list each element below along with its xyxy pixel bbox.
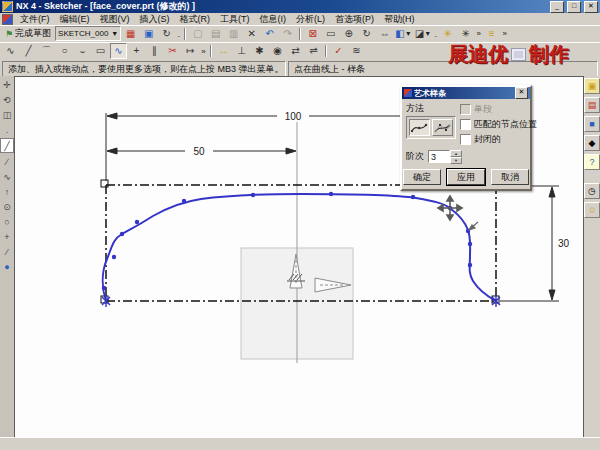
point-tool-button[interactable]: + (128, 43, 145, 59)
arc-tool-button[interactable]: ⌒ (38, 43, 55, 59)
quick-trim-button[interactable]: ✂ (164, 43, 181, 59)
degree-spinner[interactable]: 3 ▲ ▼ (428, 150, 462, 163)
derived-lines-button[interactable]: ∥ (146, 43, 163, 59)
dialog-title-bar[interactable]: 艺术样条 ✕ (402, 87, 530, 99)
point-dialog-button[interactable]: ✳ (457, 26, 474, 42)
alternate-solution-button[interactable]: ⇌ (305, 43, 322, 59)
menu-format[interactable]: 格式(R) (175, 13, 216, 26)
dimension-30[interactable] (500, 186, 559, 301)
toolbar-overflow-chevron[interactable]: » (501, 29, 508, 38)
apply-button[interactable]: 应用 (447, 169, 485, 185)
studio-spline-tool-button[interactable]: ∿ (110, 43, 127, 59)
curve-toolbar-button[interactable]: ≡ (483, 26, 500, 42)
close-button[interactable]: ✕ (584, 1, 598, 13)
evaluate-sketch-button[interactable]: ✓ (330, 43, 347, 59)
maximize-button[interactable]: □ (567, 1, 581, 13)
ok-button[interactable]: 确定 (403, 169, 441, 185)
copy-button[interactable]: ▤ (207, 26, 224, 42)
toolbar-overflow-dot[interactable]: . (433, 29, 438, 39)
snapshot-button[interactable]: ▣ (584, 78, 600, 94)
toolbar-overflow-dot[interactable]: . (176, 29, 181, 39)
spin-up-icon[interactable]: ▲ (450, 150, 462, 157)
line-tool-side-button[interactable]: ╱ (0, 138, 14, 153)
redo-button[interactable]: ↷ (279, 26, 296, 42)
spin-down-icon[interactable]: ▼ (450, 157, 462, 164)
shaded-view-button[interactable]: ◧▾ (394, 26, 412, 42)
history-button[interactable]: ◷ (584, 183, 600, 199)
dimension-100-label[interactable]: 100 (285, 111, 302, 122)
show-constraints-button[interactable]: ◉ (269, 43, 286, 59)
menu-view[interactable]: 视图(V) (95, 13, 135, 26)
closed-option[interactable]: 封闭的 (460, 133, 537, 146)
pan-view-button[interactable]: ⇔ (376, 26, 393, 42)
roles-button[interactable]: ◆ (584, 135, 600, 151)
dialog-close-button[interactable]: ✕ (515, 87, 528, 99)
rectangle-tool-button[interactable]: ▭ (92, 43, 109, 59)
inferred-dimension-button[interactable]: ↔ (215, 43, 232, 59)
circle-tool-button[interactable]: ○ (56, 43, 73, 59)
constraints-button[interactable]: ⊥ (233, 43, 250, 59)
quick-extend-button[interactable]: ↦ (182, 43, 199, 59)
degree-value[interactable]: 3 (428, 150, 450, 163)
orient-sketch-button[interactable]: ◫ (1, 108, 13, 121)
menu-insert[interactable]: 插入(S) (135, 13, 175, 26)
update-model-icon: ▣ (144, 29, 153, 39)
zoom-button[interactable]: ⊕ (340, 26, 357, 42)
shaded-cube-button[interactable]: ■ (584, 116, 600, 132)
spline-side-button[interactable]: ∿ (1, 170, 13, 183)
parallel-line-button[interactable]: ∕ (1, 155, 13, 168)
auto-constrain-button[interactable]: ✱ (251, 43, 268, 59)
single-segment-option[interactable]: 单段 (460, 103, 537, 116)
rotate-view-button[interactable]: ↻ (358, 26, 375, 42)
resource-toolbar: ▣ ▤ ■ ◆ ? ◷ ☺ (583, 76, 600, 438)
regenerate-button[interactable]: ↻ (158, 26, 175, 42)
sketch-name-select[interactable]: SKETCH_000 ▼ (55, 26, 121, 41)
snap-ball-button[interactable]: ● (1, 260, 13, 273)
watermark-text-2: 制作 (529, 41, 569, 68)
zoom-window-button[interactable]: ▭ (322, 26, 339, 42)
menu-file[interactable]: 文件(F) (15, 13, 55, 26)
menu-help[interactable]: 帮助(H) (379, 13, 420, 26)
reattach-button[interactable]: ⟲ (1, 93, 13, 106)
point-side-button[interactable]: + (1, 230, 13, 243)
convert-reference-button[interactable]: ⇄ (287, 43, 304, 59)
dimension-50-label[interactable]: 50 (193, 146, 205, 157)
dimension-30-label[interactable]: 30 (558, 238, 570, 249)
by-poles-button[interactable] (432, 119, 453, 136)
delete-button[interactable]: ✕ (243, 26, 260, 42)
menu-analysis[interactable]: 分析(L) (291, 13, 330, 26)
paste-button[interactable]: ▥ (225, 26, 242, 42)
line-tool-button[interactable]: ╱ (20, 43, 37, 59)
cut-button[interactable]: ▢ (189, 26, 206, 42)
circle-center-button[interactable]: ⊙ (1, 200, 13, 213)
matched-knot-option[interactable]: 匹配的节点位置 (460, 118, 537, 131)
cancel-button[interactable]: 取消 (491, 169, 529, 185)
menu-tools[interactable]: 工具(T) (215, 13, 255, 26)
fit-view-button[interactable]: ⊠ (304, 26, 321, 42)
point-on-curve-button[interactable]: ↑ (1, 185, 13, 198)
pan-tool-button[interactable]: ✛ (1, 78, 13, 91)
rectangle-icon: ▭ (96, 46, 105, 56)
render-style-button[interactable]: ◪▾ (414, 26, 432, 42)
through-points-button[interactable] (409, 119, 430, 136)
menu-preferences[interactable]: 首选项(P) (330, 13, 379, 26)
finish-sketch-button[interactable]: ⚑ 完成草图 (2, 27, 54, 41)
minimize-button[interactable]: _ (550, 1, 564, 13)
menu-information[interactable]: 信息(I) (255, 13, 292, 26)
help-button[interactable]: ? (584, 154, 600, 170)
profile-tool-button[interactable]: ∿ (2, 43, 19, 59)
display-sketch-button[interactable]: ▦ (122, 26, 139, 42)
menu-edit[interactable]: 编辑(E) (55, 13, 95, 26)
users-button[interactable]: ☺ (584, 202, 600, 218)
toolbar-overflow-chevron[interactable]: » (200, 47, 207, 56)
trim-side-button[interactable]: ⁄ (1, 245, 13, 258)
fillet-tool-button[interactable]: ⌣ (74, 43, 91, 59)
update-model-button[interactable]: ▣ (140, 26, 157, 42)
undo-button[interactable]: ↶ (261, 26, 278, 42)
sketch-prefs-button[interactable]: ≋ (348, 43, 365, 59)
toolbar-overflow-chevron[interactable]: » (475, 29, 482, 38)
circle-side-button[interactable]: ○ (1, 215, 13, 228)
snap-point-button[interactable]: ✳ (439, 26, 456, 42)
toolbar-overflow-dot[interactable]: . (1, 123, 13, 136)
template-button[interactable]: ▤ (584, 97, 600, 113)
